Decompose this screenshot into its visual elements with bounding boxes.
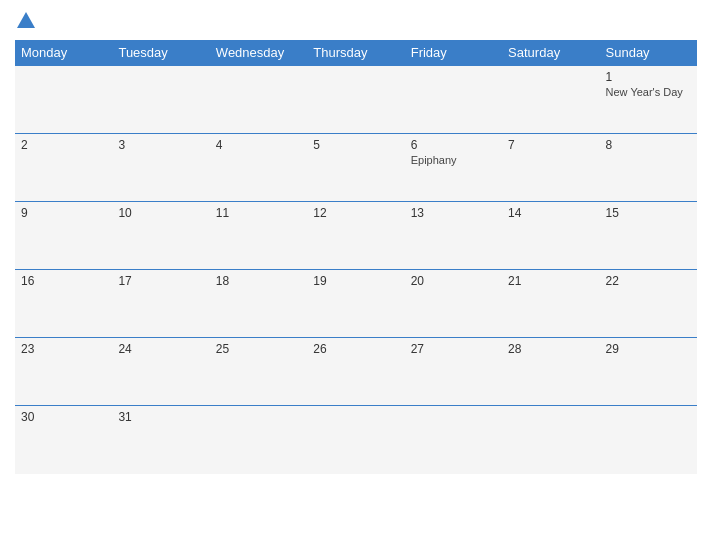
day-number: 27 [411,342,496,356]
calendar-week-row: 23242526272829 [15,338,697,406]
calendar-cell: 15 [600,202,697,270]
day-number: 30 [21,410,106,424]
day-number: 23 [21,342,106,356]
day-number: 18 [216,274,301,288]
calendar-cell [307,66,404,134]
calendar-cell: 3 [112,134,209,202]
calendar-cell: 20 [405,270,502,338]
calendar-cell [15,66,112,134]
calendar-cell [210,66,307,134]
calendar-cell: 4 [210,134,307,202]
calendar-cell: 29 [600,338,697,406]
calendar-cell: 28 [502,338,599,406]
day-event: Epiphany [411,154,496,166]
calendar-cell [405,406,502,474]
calendar-cell: 31 [112,406,209,474]
calendar-cell: 30 [15,406,112,474]
calendar-week-row: 1New Year's Day [15,66,697,134]
calendar-cell: 24 [112,338,209,406]
day-number: 26 [313,342,398,356]
day-number: 31 [118,410,203,424]
calendar-cell: 12 [307,202,404,270]
calendar-wrapper: MondayTuesdayWednesdayThursdayFridaySatu… [0,0,712,550]
weekday-header: Monday [15,40,112,66]
calendar-body: 1New Year's Day23456Epiphany789101112131… [15,66,697,474]
weekday-header: Tuesday [112,40,209,66]
weekday-header: Saturday [502,40,599,66]
calendar-cell: 21 [502,270,599,338]
calendar-cell: 18 [210,270,307,338]
day-number: 3 [118,138,203,152]
calendar-cell [307,406,404,474]
calendar-cell [502,406,599,474]
calendar-cell: 25 [210,338,307,406]
calendar-week-row: 16171819202122 [15,270,697,338]
day-number: 28 [508,342,593,356]
calendar-week-row: 9101112131415 [15,202,697,270]
day-number: 2 [21,138,106,152]
day-number: 15 [606,206,691,220]
calendar-cell: 14 [502,202,599,270]
calendar-cell: 6Epiphany [405,134,502,202]
day-number: 17 [118,274,203,288]
calendar-cell [112,66,209,134]
day-number: 8 [606,138,691,152]
calendar-week-row: 3031 [15,406,697,474]
calendar-cell: 19 [307,270,404,338]
day-number: 9 [21,206,106,220]
calendar-cell: 5 [307,134,404,202]
svg-marker-0 [17,12,35,28]
day-number: 13 [411,206,496,220]
day-number: 6 [411,138,496,152]
weekday-header: Thursday [307,40,404,66]
calendar-cell [210,406,307,474]
weekday-header: Friday [405,40,502,66]
calendar-cell: 10 [112,202,209,270]
day-number: 25 [216,342,301,356]
calendar-cell: 8 [600,134,697,202]
day-number: 29 [606,342,691,356]
calendar-table: MondayTuesdayWednesdayThursdayFridaySatu… [15,40,697,474]
calendar-cell: 26 [307,338,404,406]
day-number: 5 [313,138,398,152]
calendar-header [15,10,697,32]
day-number: 10 [118,206,203,220]
calendar-cell: 16 [15,270,112,338]
weekday-header: Wednesday [210,40,307,66]
day-number: 24 [118,342,203,356]
day-number: 7 [508,138,593,152]
day-number: 20 [411,274,496,288]
day-number: 19 [313,274,398,288]
day-number: 21 [508,274,593,288]
day-number: 22 [606,274,691,288]
calendar-cell: 13 [405,202,502,270]
day-number: 12 [313,206,398,220]
calendar-cell: 2 [15,134,112,202]
calendar-cell [502,66,599,134]
weekday-header: Sunday [600,40,697,66]
weekday-row: MondayTuesdayWednesdayThursdayFridaySatu… [15,40,697,66]
logo-icon [15,10,37,32]
day-number: 4 [216,138,301,152]
calendar-header-row: MondayTuesdayWednesdayThursdayFridaySatu… [15,40,697,66]
calendar-cell: 11 [210,202,307,270]
logo [15,10,41,32]
calendar-cell: 23 [15,338,112,406]
calendar-cell [405,66,502,134]
day-number: 14 [508,206,593,220]
day-number: 1 [606,70,691,84]
calendar-cell: 17 [112,270,209,338]
day-number: 11 [216,206,301,220]
day-number: 16 [21,274,106,288]
calendar-cell: 7 [502,134,599,202]
calendar-cell: 22 [600,270,697,338]
calendar-cell: 9 [15,202,112,270]
calendar-cell: 1New Year's Day [600,66,697,134]
calendar-week-row: 23456Epiphany78 [15,134,697,202]
calendar-cell [600,406,697,474]
day-event: New Year's Day [606,86,691,98]
calendar-cell: 27 [405,338,502,406]
